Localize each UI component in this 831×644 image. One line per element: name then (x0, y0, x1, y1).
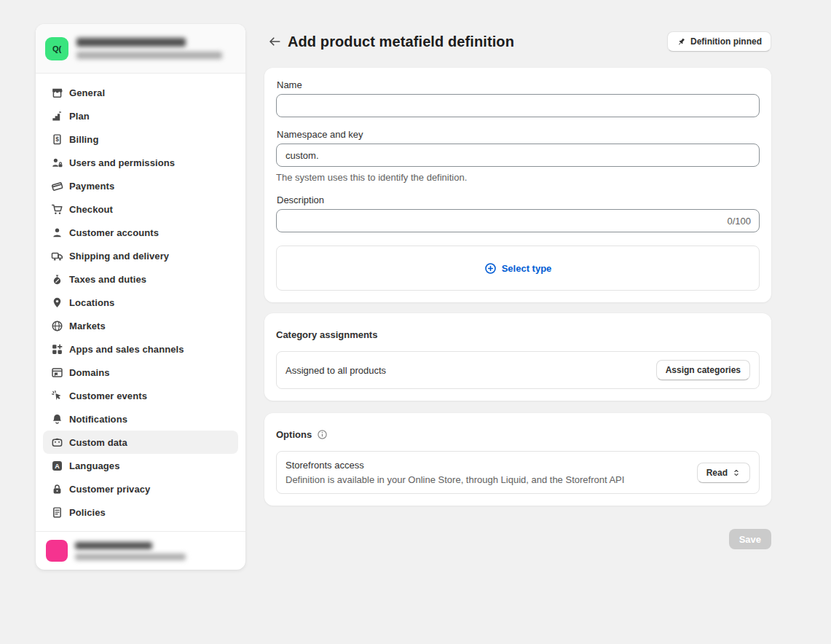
taxes-icon (51, 273, 63, 286)
sidebar-item-label: Customer events (69, 390, 147, 401)
namespace-label: Namespace and key (277, 129, 759, 140)
checkout-cart-icon (51, 203, 63, 216)
sidebar-item-label: Shipping and delivery (69, 251, 169, 262)
page-header: Add product metafield definition Definit… (264, 31, 771, 52)
user-avatar (46, 540, 68, 562)
main-content: Add product metafield definition Definit… (264, 31, 771, 549)
sidebar-item-policies[interactable]: Policies (43, 500, 238, 524)
definition-pinned-button[interactable]: Definition pinned (667, 31, 771, 52)
sidebar-item-billing[interactable]: $ Billing (43, 127, 238, 151)
storefronts-access-info: Storefronts access Definition is availab… (285, 460, 697, 485)
name-label: Name (277, 79, 759, 90)
apps-icon (51, 343, 63, 356)
description-input[interactable] (276, 209, 760, 232)
arrow-left-icon (267, 35, 280, 48)
namespace-input[interactable] (276, 144, 760, 167)
sidebar-item-notifications[interactable]: Notifications (43, 407, 238, 431)
sidebar-item-shipping-delivery[interactable]: Shipping and delivery (43, 244, 238, 267)
store-header: Q( (36, 24, 245, 74)
settings-nav: General Plan $ Billing Users and permiss… (36, 74, 245, 531)
settings-sidebar: Q( General Plan $ Billing Users and perm… (36, 24, 245, 570)
assign-categories-button[interactable]: Assign categories (656, 360, 750, 380)
sidebar-item-users-permissions[interactable]: Users and permissions (43, 151, 238, 174)
sidebar-item-languages[interactable]: A Languages (43, 454, 238, 477)
policies-icon (51, 506, 63, 519)
access-select-value: Read (706, 468, 728, 478)
svg-text:A: A (55, 462, 60, 469)
customer-privacy-lock-icon (51, 483, 63, 495)
description-field-group: Description 0/100 (276, 195, 760, 232)
sidebar-item-label: Billing (69, 134, 98, 145)
namespace-help-text: The system uses this to identify the def… (276, 172, 760, 183)
shipping-truck-icon (51, 250, 63, 262)
custom-data-icon (51, 436, 63, 449)
sidebar-item-markets[interactable]: Markets (43, 314, 238, 337)
sidebar-item-label: Custom data (69, 437, 127, 448)
customer-accounts-icon (51, 227, 63, 239)
svg-text:$: $ (55, 136, 59, 143)
options-header: Options (276, 429, 760, 440)
sidebar-item-label: Payments (69, 181, 114, 192)
markets-globe-icon (51, 320, 63, 332)
user-name-redacted (75, 542, 152, 549)
select-type-button[interactable]: Select type (276, 246, 760, 291)
sidebar-item-checkout[interactable]: Checkout (43, 197, 238, 221)
name-field-group: Name (276, 79, 760, 117)
sidebar-item-general[interactable]: General (43, 81, 238, 104)
sidebar-item-label: Customer privacy (69, 484, 150, 495)
assignment-status-text: Assigned to all products (285, 365, 656, 376)
plus-circle-icon (484, 262, 497, 275)
storefronts-access-description: Definition is available in your Online S… (285, 474, 697, 485)
definition-card: Name Namespace and key The system uses t… (264, 68, 771, 302)
pin-icon (677, 37, 686, 47)
notifications-bell-icon (51, 413, 63, 425)
category-assignments-card: Category assignments Assigned to all pro… (264, 313, 771, 401)
store-avatar: Q( (45, 37, 68, 60)
sidebar-item-customer-privacy[interactable]: Customer privacy (43, 477, 238, 500)
sidebar-item-label: Checkout (69, 204, 113, 215)
sidebar-item-label: Customer accounts (69, 227, 159, 238)
store-icon (51, 87, 63, 99)
pinned-button-label: Definition pinned (690, 36, 762, 47)
sidebar-item-apps-sales-channels[interactable]: Apps and sales channels (43, 337, 238, 361)
sidebar-item-label: Plan (69, 111, 90, 122)
sidebar-item-payments[interactable]: Payments (43, 174, 238, 197)
description-label: Description (277, 195, 759, 205)
save-button[interactable]: Save (729, 529, 771, 549)
sidebar-item-customer-events[interactable]: Customer events (43, 384, 238, 407)
sidebar-item-label: Users and permissions (69, 157, 175, 168)
sidebar-item-label: Domains (69, 367, 110, 378)
sidebar-item-domains[interactable]: Domains (43, 361, 238, 384)
domains-icon (51, 366, 63, 379)
sidebar-item-label: Markets (69, 321, 106, 331)
page-title: Add product metafield definition (288, 34, 667, 50)
sidebar-item-custom-data[interactable]: Custom data (43, 431, 238, 454)
options-title: Options (276, 429, 312, 440)
customer-events-icon (51, 390, 63, 402)
store-name-redacted (76, 38, 186, 47)
namespace-field-group: Namespace and key The system uses this t… (276, 129, 760, 183)
sidebar-item-label: Languages (69, 460, 120, 471)
user-footer[interactable] (36, 531, 245, 570)
info-icon[interactable] (317, 429, 328, 440)
back-button[interactable] (264, 32, 283, 51)
select-chevrons-icon (732, 468, 741, 477)
store-identity (76, 38, 222, 59)
sidebar-item-locations[interactable]: Locations (43, 291, 238, 314)
sidebar-item-label: Locations (69, 297, 114, 308)
sidebar-item-taxes-duties[interactable]: Taxes and duties (43, 267, 238, 291)
user-email-redacted (75, 554, 186, 560)
sidebar-item-plan[interactable]: Plan (43, 104, 238, 127)
sidebar-item-label: Notifications (69, 414, 127, 425)
category-assignments-title: Category assignments (276, 329, 760, 340)
storefronts-access-select[interactable]: Read (697, 463, 750, 483)
sidebar-item-customer-accounts[interactable]: Customer accounts (43, 221, 238, 244)
storefronts-access-title: Storefronts access (285, 460, 697, 471)
sidebar-item-label: Taxes and duties (69, 274, 146, 285)
select-type-label: Select type (502, 263, 552, 274)
languages-icon: A (51, 460, 63, 472)
plan-icon (51, 110, 63, 122)
name-input[interactable] (276, 94, 760, 117)
category-assignment-row: Assigned to all products Assign categori… (276, 351, 760, 389)
users-permissions-icon (51, 157, 63, 169)
